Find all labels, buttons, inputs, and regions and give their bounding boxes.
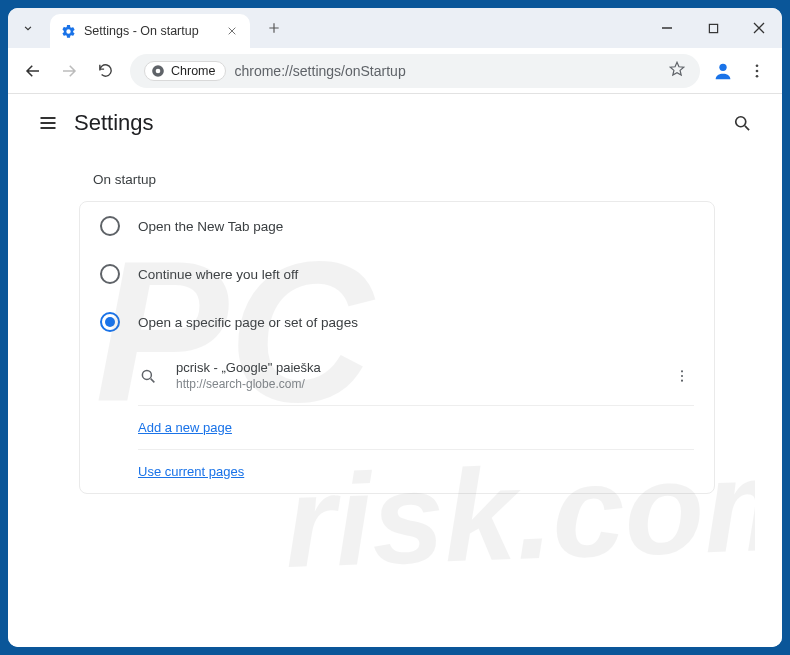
svg-point-2 (156, 68, 161, 73)
radio-label: Continue where you left off (138, 267, 298, 282)
settings-gear-icon (60, 23, 76, 39)
browser-window: Settings - On startup (8, 8, 782, 647)
startup-card: Open the New Tab page Continue where you… (79, 201, 715, 494)
search-icon (138, 366, 158, 386)
svg-point-10 (681, 374, 683, 376)
close-icon (753, 22, 765, 34)
plus-icon (267, 21, 281, 35)
profile-button[interactable] (708, 56, 738, 86)
url-text: chrome://settings/onStartup (234, 63, 660, 79)
option-open-new-tab[interactable]: Open the New Tab page (80, 202, 714, 250)
svg-point-9 (681, 370, 683, 372)
maximize-button[interactable] (690, 8, 736, 48)
browser-menu-button[interactable] (740, 54, 774, 88)
chip-label: Chrome (171, 64, 215, 78)
close-window-button[interactable] (736, 8, 782, 48)
site-chip[interactable]: Chrome (144, 61, 226, 81)
arrow-right-icon (60, 62, 78, 80)
arrow-left-icon (24, 62, 42, 80)
radio-icon-selected (100, 312, 120, 332)
settings-page: Settings On startup Open the New Tab pag… (8, 94, 782, 647)
svg-point-8 (142, 370, 151, 379)
tab-title: Settings - On startup (84, 24, 224, 38)
kebab-icon (748, 62, 766, 80)
back-button[interactable] (16, 54, 50, 88)
browser-tab[interactable]: Settings - On startup (50, 14, 250, 48)
use-current-pages-link[interactable]: Use current pages (138, 450, 694, 493)
forward-button[interactable] (52, 54, 86, 88)
address-bar[interactable]: Chrome chrome://settings/onStartup (130, 54, 700, 88)
reload-button[interactable] (88, 54, 122, 88)
svg-rect-0 (709, 24, 717, 32)
option-specific-page[interactable]: Open a specific page or set of pages (80, 298, 714, 346)
bookmark-button[interactable] (668, 60, 686, 82)
maximize-icon (708, 23, 719, 34)
svg-point-7 (736, 117, 746, 127)
close-icon (227, 26, 237, 36)
menu-toggle-button[interactable] (28, 103, 68, 143)
add-new-page-link[interactable]: Add a new page (138, 406, 694, 450)
settings-header: Settings (8, 94, 782, 152)
option-continue[interactable]: Continue where you left off (80, 250, 714, 298)
radio-label: Open a specific page or set of pages (138, 315, 358, 330)
kebab-icon (674, 368, 690, 384)
svg-point-11 (681, 379, 683, 381)
radio-icon (100, 264, 120, 284)
startup-pages-block: pcrisk - „Google" paieška http://search-… (80, 346, 714, 493)
toolbar: Chrome chrome://settings/onStartup (8, 48, 782, 94)
tab-close-button[interactable] (224, 23, 240, 39)
row-actions-button[interactable] (670, 364, 694, 388)
search-settings-button[interactable] (722, 103, 762, 143)
svg-point-3 (719, 63, 726, 70)
minimize-button[interactable] (644, 8, 690, 48)
startup-page-info: pcrisk - „Google" paieška http://search-… (176, 360, 652, 391)
svg-point-5 (756, 69, 759, 72)
startup-page-url: http://search-globe.com/ (176, 377, 652, 391)
section-label: On startup (79, 162, 715, 201)
reload-icon (97, 62, 114, 79)
chrome-logo-icon (151, 64, 165, 78)
chevron-down-icon (21, 21, 35, 35)
svg-point-6 (756, 74, 759, 77)
star-icon (668, 60, 686, 78)
svg-point-4 (756, 64, 759, 67)
tab-search-dropdown[interactable] (14, 14, 42, 42)
new-tab-button[interactable] (260, 14, 288, 42)
window-controls (644, 8, 782, 48)
radio-icon (100, 216, 120, 236)
profile-icon (712, 60, 734, 82)
title-bar: Settings - On startup (8, 8, 782, 48)
startup-page-row: pcrisk - „Google" paieška http://search-… (138, 346, 694, 406)
minimize-icon (661, 22, 673, 34)
page-title: Settings (74, 110, 154, 136)
on-startup-section: On startup Open the New Tab page Continu… (75, 152, 715, 494)
search-icon (732, 113, 752, 133)
radio-label: Open the New Tab page (138, 219, 283, 234)
hamburger-icon (38, 113, 58, 133)
startup-page-title: pcrisk - „Google" paieška (176, 360, 652, 375)
